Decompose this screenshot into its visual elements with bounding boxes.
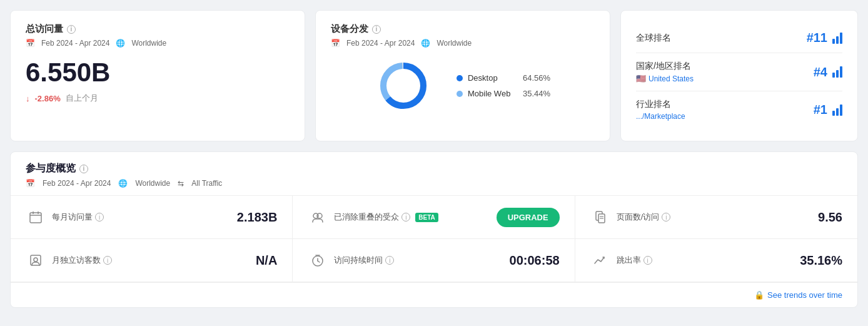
device-content: Desktop 64.56% Mobile Web 35.44% [331, 58, 595, 114]
desktop-dot [457, 75, 463, 81]
pages-left: 页面数/访问 i [590, 207, 671, 227]
country-ranking-value: #4 [814, 65, 827, 79]
svg-rect-3 [30, 213, 41, 223]
visit-duration-label-text: 访问持续时间 i [334, 255, 394, 266]
monthly-visits-icon [26, 207, 46, 227]
mobile-label: Mobile Web [468, 89, 518, 98]
us-flag-icon: 🇺🇸 [636, 74, 646, 83]
pages-per-visit-metric: 页面数/访问 i 9.56 [575, 196, 857, 238]
see-trends-text[interactable]: See trends over time [767, 290, 842, 300]
bar-seg-7 [832, 111, 835, 116]
svg-point-8 [317, 213, 322, 218]
device-split-label: 设备分发 [331, 23, 368, 35]
engagement-title-text: 参与度概览 [26, 162, 76, 175]
engagement-section: 参与度概览 i 📅 Feb 2024 - Apr 2024 🌐 Worldwid… [10, 151, 858, 308]
top-row: 总访问量 i 📅 Feb 2024 - Apr 2024 🌐 Worldwide… [10, 10, 858, 141]
metrics-row-1: 每月访问量 i 2.183B [11, 196, 857, 239]
bar-seg-1 [832, 39, 835, 44]
desktop-label: Desktop [468, 73, 518, 83]
pages-value: 9.56 [818, 210, 842, 225]
total-visits-scope: Worldwide [131, 39, 166, 48]
mobile-dot [457, 91, 463, 97]
device-date: Feb 2024 - Apr 2024 [346, 39, 415, 48]
engagement-globe-icon: 🌐 [118, 179, 128, 188]
monthly-visits-info-icon[interactable]: i [95, 213, 104, 222]
industry-ranking-sub[interactable]: .../Marketplace [636, 112, 685, 121]
total-visits-info-icon[interactable]: i [67, 25, 76, 34]
industry-ranking-left: 行业排名 .../Marketplace [636, 99, 685, 121]
visit-duration-icon [308, 250, 328, 270]
device-info-icon[interactable]: i [372, 25, 381, 34]
lock-icon: 🔒 [754, 290, 764, 300]
mobile-legend-item: Mobile Web 35.44% [457, 89, 550, 98]
total-visits-card: 总访问量 i 📅 Feb 2024 - Apr 2024 🌐 Worldwide… [10, 10, 305, 141]
global-ranking-left: 全球排名 [636, 33, 671, 44]
engagement-title: 参与度概览 i [26, 162, 842, 175]
bounce-rate-metric: 跳出率 i 35.16% [575, 239, 857, 282]
pages-info-icon[interactable]: i [662, 213, 670, 222]
pages-label: 页面数/访问 [617, 211, 660, 223]
bounce-rate-info-icon[interactable]: i [643, 256, 652, 265]
bar-seg-6 [840, 66, 842, 78]
global-ranking-label: 全球排名 [636, 33, 671, 44]
global-ranking-item: 全球排名 #11 [636, 23, 842, 53]
visit-duration-info-icon[interactable]: i [385, 256, 394, 265]
engagement-traffic: All Traffic [191, 179, 222, 188]
deduped-info-icon[interactable]: i [401, 213, 410, 222]
engagement-meta: 📅 Feb 2024 - Apr 2024 🌐 Worldwide ⇆ All … [26, 179, 842, 188]
pages-icon [590, 207, 610, 227]
monthly-visits-left: 每月访问量 i [26, 207, 104, 227]
change-value: -2.86% [35, 94, 61, 103]
device-globe-icon: 🌐 [421, 39, 430, 48]
total-visits-value: 6.550B [26, 58, 290, 88]
industry-ranking-right: #1 [814, 103, 842, 117]
engagement-info-icon[interactable]: i [79, 165, 88, 173]
engagement-header: 参与度概览 i 📅 Feb 2024 - Apr 2024 🌐 Worldwid… [11, 152, 857, 196]
global-ranking-value: #11 [807, 31, 827, 45]
monthly-visits-metric: 每月访问量 i 2.183B [11, 196, 293, 238]
metrics-row-2: 月独立访客数 i N/A [11, 239, 857, 282]
industry-ranking-item: 行业排名 .../Marketplace #1 [636, 91, 842, 128]
deduped-left: 已消除重叠的受众 i BETA [308, 207, 438, 227]
unique-visitors-label-text: 月独立访客数 i [52, 255, 112, 266]
total-visits-change-row: ↓ -2.86% 自上个月 [26, 93, 290, 104]
bar-seg-3 [840, 33, 842, 44]
unique-visitors-info-icon[interactable]: i [103, 256, 112, 265]
see-trends-link[interactable]: 🔒 See trends over time [754, 290, 842, 300]
device-split-card: 设备分发 i 📅 Feb 2024 - Apr 2024 🌐 Worldwide [315, 10, 610, 141]
monthly-visits-value: 2.183B [237, 210, 278, 225]
country-ranking-item: 国家/地区排名 🇺🇸 United States #4 [636, 53, 842, 91]
donut-svg [375, 58, 431, 114]
deduped-audience-metric: 已消除重叠的受众 i BETA UPGRADE [293, 196, 575, 238]
industry-sub-text[interactable]: .../Marketplace [636, 112, 685, 121]
engagement-date: Feb 2024 - Apr 2024 [43, 179, 111, 188]
unique-visitors-value: N/A [256, 253, 277, 268]
monthly-visits-label: 每月访问量 [52, 211, 93, 223]
industry-ranking-value: #1 [814, 103, 827, 117]
bounce-rate-label: 跳出率 [617, 255, 641, 266]
desktop-legend-item: Desktop 64.56% [457, 73, 550, 83]
device-split-title: 设备分发 i [331, 23, 595, 35]
visit-duration-value: 00:06:58 [510, 253, 560, 268]
bounce-rate-value: 35.16% [800, 253, 842, 268]
industry-bar-icon [832, 104, 842, 116]
total-visits-title: 总访问量 i [26, 23, 290, 35]
global-bar-icon [832, 33, 842, 44]
mobile-value: 35.44% [523, 89, 550, 98]
bar-seg-2 [836, 36, 839, 44]
beta-badge: BETA [415, 213, 438, 222]
deduped-label-text: 已消除重叠的受众 i BETA [334, 211, 438, 223]
upgrade-button[interactable]: UPGRADE [497, 208, 560, 227]
device-legend: Desktop 64.56% Mobile Web 35.44% [457, 73, 550, 98]
main-container: 总访问量 i 📅 Feb 2024 - Apr 2024 🌐 Worldwide… [0, 0, 868, 318]
bar-seg-5 [836, 70, 839, 78]
country-sub-text[interactable]: United States [648, 74, 694, 83]
svg-point-14 [34, 258, 38, 262]
visit-duration-left: 访问持续时间 i [308, 250, 394, 270]
globe-icon: 🌐 [116, 39, 125, 48]
country-bar-icon [832, 66, 842, 78]
country-ranking-sub[interactable]: 🇺🇸 United States [636, 74, 694, 83]
engagement-cal-icon: 📅 [26, 179, 35, 188]
visit-duration-metric: 访问持续时间 i 00:06:58 [293, 239, 575, 282]
unique-visitors-label: 月独立访客数 [52, 255, 101, 266]
